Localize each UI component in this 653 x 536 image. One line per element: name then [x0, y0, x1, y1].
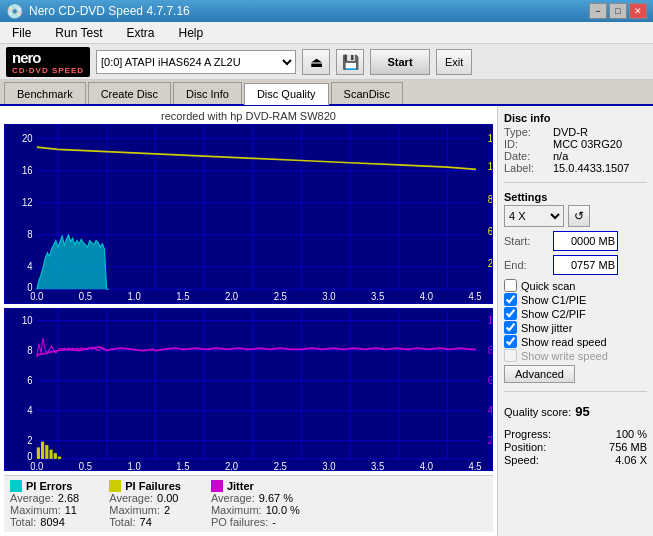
maximize-button[interactable]: □ — [609, 3, 627, 19]
pi-errors-legend — [10, 480, 22, 492]
svg-text:4.0: 4.0 — [420, 291, 434, 302]
progress-label: Progress: — [504, 428, 551, 440]
start-button[interactable]: Start — [370, 49, 430, 75]
titlebar-left: 💿 Nero CD-DVD Speed 4.7.7.16 — [6, 3, 190, 19]
nero-logo-subtext: CD·DVD SPEED — [12, 66, 84, 75]
show-c2pif-label[interactable]: Show C2/PIF — [521, 308, 586, 320]
pi-failures-label: PI Failures — [109, 480, 181, 492]
show-read-speed-checkbox[interactable] — [504, 335, 517, 348]
show-read-speed-row: Show read speed — [504, 335, 647, 348]
svg-text:4: 4 — [488, 404, 492, 415]
end-mb-input[interactable] — [553, 255, 618, 275]
svg-rect-38 — [5, 309, 492, 470]
svg-rect-77 — [45, 445, 48, 459]
separator1 — [504, 182, 647, 183]
settings-section: Settings 4 X Max 8 X 16 X ↺ Start: End: — [504, 191, 647, 383]
show-write-speed-checkbox[interactable] — [504, 349, 517, 362]
svg-text:1.0: 1.0 — [128, 291, 142, 302]
svg-text:3.0: 3.0 — [322, 461, 336, 470]
pi-errors-label: PI Errors — [10, 480, 79, 492]
svg-text:8: 8 — [27, 229, 32, 240]
svg-text:4: 4 — [27, 404, 33, 415]
eject-button[interactable]: ⏏ — [302, 49, 330, 75]
quick-scan-label[interactable]: Quick scan — [521, 280, 575, 292]
quick-scan-checkbox[interactable] — [504, 279, 517, 292]
show-jitter-checkbox[interactable] — [504, 321, 517, 334]
svg-text:20: 20 — [22, 132, 33, 143]
start-mb-input[interactable] — [553, 231, 618, 251]
show-write-speed-row: Show write speed — [504, 349, 647, 362]
show-jitter-label[interactable]: Show jitter — [521, 322, 572, 334]
disc-info-section: Disc info Type: DVD-R ID: MCC 03RG20 Dat… — [504, 112, 647, 174]
svg-text:2.0: 2.0 — [225, 461, 239, 470]
position-label: Position: — [504, 441, 546, 453]
svg-text:16: 16 — [22, 165, 33, 176]
svg-text:3.5: 3.5 — [371, 291, 385, 302]
svg-rect-79 — [54, 453, 57, 459]
svg-text:8: 8 — [488, 344, 492, 355]
svg-rect-80 — [58, 456, 61, 458]
menu-help[interactable]: Help — [175, 24, 208, 42]
svg-text:2.5: 2.5 — [274, 291, 288, 302]
app-icon: 💿 — [6, 3, 23, 19]
svg-text:1.5: 1.5 — [176, 291, 190, 302]
menu-extra[interactable]: Extra — [122, 24, 158, 42]
nero-logo-text: nero — [12, 49, 84, 66]
svg-text:6: 6 — [27, 374, 33, 385]
show-write-speed-label: Show write speed — [521, 350, 608, 362]
tab-scan-disc[interactable]: ScanDisc — [331, 82, 403, 104]
show-c2pif-checkbox[interactable] — [504, 307, 517, 320]
svg-text:2: 2 — [488, 258, 492, 269]
menu-file[interactable]: File — [8, 24, 35, 42]
show-c2pif-row: Show C2/PIF — [504, 307, 647, 320]
svg-text:0.5: 0.5 — [79, 461, 93, 470]
chart1-svg: 20 16 12 8 4 0 16 12 8 6 2 0.0 0.5 1.0 1… — [5, 125, 492, 303]
svg-text:8: 8 — [488, 193, 492, 204]
show-c1pie-checkbox[interactable] — [504, 293, 517, 306]
svg-text:8: 8 — [27, 344, 33, 355]
tab-disc-quality[interactable]: Disc Quality — [244, 83, 329, 105]
close-button[interactable]: ✕ — [629, 3, 647, 19]
minimize-button[interactable]: − — [589, 3, 607, 19]
jitter-legend — [211, 480, 223, 492]
save-button[interactable]: 💾 — [336, 49, 364, 75]
svg-text:3.5: 3.5 — [371, 461, 385, 470]
svg-text:10: 10 — [22, 314, 33, 325]
settings-title: Settings — [504, 191, 647, 203]
stats-bar: PI Errors Average: 2.68 Maximum: 11 Tota… — [4, 475, 493, 532]
progress-value: 100 % — [616, 428, 647, 440]
drive-select[interactable]: [0:0] ATAPI iHAS624 A ZL2U — [96, 50, 296, 74]
svg-rect-75 — [37, 447, 40, 459]
speed-label: Speed: — [504, 454, 539, 466]
svg-rect-78 — [49, 449, 52, 458]
tab-disc-info[interactable]: Disc Info — [173, 82, 242, 104]
svg-text:0.0: 0.0 — [30, 461, 44, 470]
show-c1pie-row: Show C1/PIE — [504, 293, 647, 306]
svg-text:16: 16 — [488, 132, 492, 143]
sidebar: Disc info Type: DVD-R ID: MCC 03RG20 Dat… — [498, 106, 653, 536]
svg-text:4: 4 — [27, 261, 33, 272]
svg-text:2: 2 — [488, 434, 492, 445]
refresh-button[interactable]: ↺ — [568, 205, 590, 227]
svg-text:1.5: 1.5 — [176, 461, 190, 470]
svg-text:4.5: 4.5 — [468, 461, 482, 470]
separator2 — [504, 391, 647, 392]
pi-errors-stats: PI Errors Average: 2.68 Maximum: 11 Tota… — [10, 480, 79, 528]
chart1-container: 20 16 12 8 4 0 16 12 8 6 2 0.0 0.5 1.0 1… — [4, 124, 493, 304]
show-c1pie-label[interactable]: Show C1/PIE — [521, 294, 586, 306]
exit-button[interactable]: Exit — [436, 49, 472, 75]
toolbar: nero CD·DVD SPEED [0:0] ATAPI iHAS624 A … — [0, 44, 653, 80]
speed-select[interactable]: 4 X Max 8 X 16 X — [504, 205, 564, 227]
jitter-stats: Jitter Average: 9.67 % Maximum: 10.0 % P… — [211, 480, 300, 528]
app-title: Nero CD-DVD Speed 4.7.7.16 — [29, 4, 190, 18]
tab-benchmark[interactable]: Benchmark — [4, 82, 86, 104]
pi-failures-legend — [109, 480, 121, 492]
svg-text:2.0: 2.0 — [225, 291, 239, 302]
advanced-button[interactable]: Advanced — [504, 365, 575, 383]
tab-create-disc[interactable]: Create Disc — [88, 82, 171, 104]
menu-run-test[interactable]: Run Test — [51, 24, 106, 42]
titlebar: 💿 Nero CD-DVD Speed 4.7.7.16 − □ ✕ — [0, 0, 653, 22]
svg-text:2: 2 — [27, 434, 33, 445]
chart-header: recorded with hp DVD-RAM SW820 — [4, 110, 493, 122]
show-read-speed-label[interactable]: Show read speed — [521, 336, 607, 348]
